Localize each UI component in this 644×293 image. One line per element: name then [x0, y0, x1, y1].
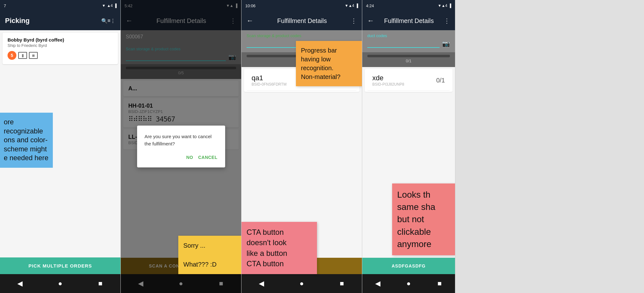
status-bar-4: 4:24 ▼▲4 ▐ [362, 0, 455, 11]
scan-input-4[interactable] [367, 39, 440, 48]
recent-nav-btn[interactable]: ■ [94, 277, 107, 290]
recent-nav-btn-4[interactable]: ■ [433, 277, 446, 290]
orange-note-3: Progress barhaving lowrecognition.Non-ma… [296, 41, 362, 86]
scan-header-4: duct codes 📷 [362, 30, 455, 52]
page-title-1: Picking [5, 17, 101, 25]
status-icons-3: ▼▲4 ▐ [345, 3, 358, 8]
more-icon-4[interactable]: ⋮ [444, 17, 450, 25]
recent-nav-btn-3[interactable]: ■ [336, 277, 348, 290]
home-nav-btn-3[interactable]: ● [295, 277, 308, 290]
scan-label-4: duct codes [367, 33, 450, 39]
wifi-icon-3: ▼▲4 [345, 3, 354, 8]
dialog-no-button[interactable]: NO [186, 155, 193, 160]
search-icon[interactable]: 🔍 [101, 18, 108, 24]
barcode-icon: ||| [18, 52, 27, 59]
screen-fulfillment-scan: 10:06 ▼▲4 ▐ ← Fulfillment Details ⋮ Scan… [242, 0, 362, 293]
item-qty-4: 0/1 [436, 77, 445, 84]
scan-container-button-4[interactable]: ASDFGASDFG [362, 258, 455, 274]
item-bsid-small-4: BSID-PI3J82UNP8 [372, 82, 404, 87]
home-nav-btn[interactable]: ● [54, 277, 66, 290]
screen-fulfillment-dialog: 5:42 ▼▲ ▐ ← Fulfillment Details ⋮ S00067… [121, 0, 242, 293]
item-left-3: qa1 BSID-0FNS6FDRTM [252, 74, 286, 87]
grid-icon: ⊞ [29, 52, 38, 59]
coral-note-4: Looks thsame shabut notclickableanymore [392, 183, 455, 255]
status-time-3: 10:06 [245, 3, 256, 8]
sticky-note-2: Sorry ...What??? :D [178, 236, 241, 274]
back-nav-btn[interactable]: ◀ [14, 277, 26, 290]
confirm-dialog: Are you sure you want to cancel the fulf… [137, 126, 225, 167]
progress-text-4: 0/1 [367, 59, 450, 63]
battery-icon-3: ▐ [355, 3, 358, 8]
filter-icon[interactable]: ≡ [108, 18, 110, 24]
pick-multiple-button[interactable]: PICK MULTIPLE ORDERS [0, 257, 120, 274]
battery-icon-4: ▐ [448, 3, 451, 8]
blue-note: orerecognizableons and color-scheme migh… [0, 113, 53, 168]
signal-icon: ▲4 [107, 3, 113, 8]
scan-input-row-4: 📷 [367, 39, 450, 48]
status-icons-4: ▼▲4 ▐ [438, 3, 451, 8]
page-title-4: Fulfillment Details [377, 17, 441, 25]
back-nav-btn-4[interactable]: ◀ [371, 277, 384, 290]
app-bar-1: Picking 🔍 ≡ ⋮ [0, 11, 120, 30]
status-time-1: 7 [4, 3, 6, 8]
status-bar-3: 10:06 ▼▲4 ▐ [242, 0, 362, 11]
back-button-3[interactable]: ← [247, 17, 253, 25]
back-nav-btn-3[interactable]: ◀ [255, 277, 268, 290]
more-icon[interactable]: ⋮ [110, 18, 115, 24]
dialog-actions: NO CANCEL [145, 155, 218, 160]
item-name-4: xde [372, 74, 404, 82]
item-left-4: xde BSID-PI3J82UNP8 [372, 74, 404, 87]
screen-fulfillment-scan2: 4:24 ▼▲4 ▐ ← Fulfillment Details ⋮ duct … [362, 0, 455, 293]
sticky-note-text-2: Sorry ...What??? :D [183, 241, 236, 269]
home-nav-btn-4[interactable]: ● [402, 277, 415, 290]
battery-icon: ▐ [114, 3, 117, 8]
blue-note-text: orerecognizableons and color-scheme migh… [4, 118, 49, 163]
progress-container-4: 0/1 [362, 52, 455, 67]
item-detail-4: xde BSID-PI3J82UNP8 0/1 [367, 70, 450, 91]
dialog-text: Are you sure you want to cancel the fulf… [145, 133, 218, 147]
item-row-4[interactable]: xde BSID-PI3J82UNP8 0/1 [365, 69, 452, 92]
back-button-4[interactable]: ← [367, 17, 374, 25]
camera-icon-4[interactable]: 📷 [442, 40, 450, 48]
bottom-nav-4: ◀ ● ■ [362, 274, 455, 293]
item-bsid-small-3: BSID-0FNS6FDRTM [252, 82, 286, 87]
count-badge: 5 [8, 51, 16, 60]
bottom-nav-1: ◀ ● ■ [0, 274, 120, 293]
dialog-overlay: Are you sure you want to cancel the fulf… [121, 0, 241, 293]
bottom-nav-3: ◀ ● ■ [242, 274, 362, 293]
screen-picking: 7 ▼ ▲4 ▐ Picking 🔍 ≡ ⋮ Bobby Byrd (byrd … [0, 0, 121, 293]
scan-label-3: Scan storage & product codes [247, 33, 357, 39]
order-icons: 5 ||| ⊞ [8, 51, 113, 60]
coral-note-text-4: Looks thsame shabut notclickableanymore [397, 189, 450, 250]
progress-track-4 [367, 55, 450, 57]
status-time-4: 4:24 [366, 3, 374, 8]
wifi-icon-4: ▼▲4 [438, 3, 447, 8]
page-title-3: Fulfillment Details [256, 17, 348, 25]
pink-note-3: CTA buttondoesn't looklike a buttonCTA b… [242, 222, 317, 274]
wifi-icon: ▼ [102, 3, 106, 8]
item-name-3: qa1 [252, 74, 286, 82]
more-icon-3[interactable]: ⋮ [351, 17, 357, 25]
customer-name: Bobby Byrd (byrd coffee) [8, 37, 113, 42]
orange-note-text-3: Progress barhaving lowrecognition.Non-ma… [301, 46, 357, 81]
pink-note-text-3: CTA buttondoesn't looklike a buttonCTA b… [247, 227, 312, 269]
dialog-cancel-button[interactable]: CANCEL [198, 155, 217, 160]
app-bar-4: ← Fulfillment Details ⋮ [362, 11, 455, 30]
ship-to: Ship to Friederic Byrd [8, 43, 113, 48]
app-bar-3: ← Fulfillment Details ⋮ [242, 11, 362, 30]
status-icons-1: ▼ ▲4 ▐ [102, 3, 117, 8]
order-card[interactable]: Bobby Byrd (byrd coffee) Ship to Frieder… [3, 33, 118, 64]
status-bar-1: 7 ▼ ▲4 ▐ [0, 0, 120, 11]
